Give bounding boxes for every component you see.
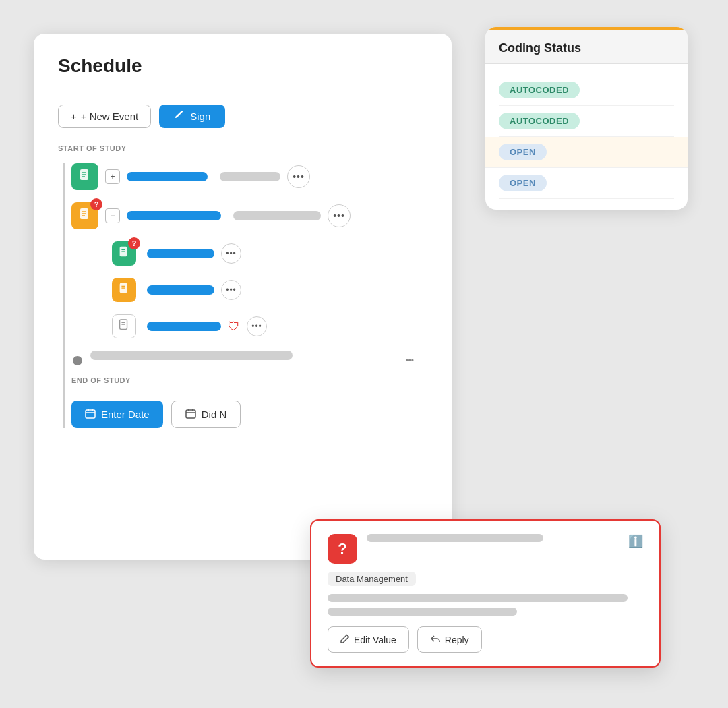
- sign-label: Sign: [190, 111, 210, 122]
- more-options-button-5[interactable]: •••: [247, 316, 267, 336]
- query-content: [328, 594, 643, 616]
- document-icon: [78, 207, 92, 225]
- dots-icon-5: •••: [251, 322, 262, 331]
- start-of-study-label: START OF STUDY: [58, 144, 427, 152]
- doc-icon-green-2: ?: [112, 241, 136, 266]
- enter-date-button[interactable]: Enter Date: [71, 401, 163, 428]
- table-row: •••: [71, 278, 427, 302]
- milestone: •••: [71, 351, 427, 371]
- end-of-study-label: END OF STUDY: [71, 376, 427, 384]
- table-row: + •••: [71, 163, 427, 190]
- status-row-1: AUTOCODED: [499, 75, 674, 106]
- query-content-bar-1: [328, 594, 628, 602]
- enter-date-label: Enter Date: [101, 409, 150, 420]
- schedule-title: Schedule: [58, 55, 427, 77]
- bottom-actions: Enter Date Did N: [71, 401, 427, 428]
- more-options-button-2[interactable]: •••: [328, 204, 351, 227]
- document-icon: [117, 318, 131, 335]
- milestone-dot: [71, 355, 84, 367]
- more-options-button-3[interactable]: •••: [221, 243, 241, 264]
- info-icon: ℹ️: [628, 534, 643, 549]
- status-badge-autocoded-2: AUTOCODED: [499, 113, 580, 129]
- query-meta-bar-1: [367, 534, 543, 542]
- coding-header: Coding Status: [485, 30, 688, 64]
- new-event-button[interactable]: + + New Event: [58, 105, 151, 128]
- progress-bar-blue-2: [127, 211, 221, 220]
- dots-icon-2: •••: [333, 210, 345, 221]
- doc-icon-white: [112, 314, 136, 338]
- dots-icon: •••: [293, 171, 305, 182]
- table-row: ? − •••: [71, 202, 427, 229]
- minus-icon: −: [110, 211, 115, 220]
- document-icon: [117, 282, 131, 299]
- doc-icon-orange-1: ?: [71, 202, 98, 229]
- status-badge-open-2: OPEN: [499, 175, 547, 191]
- progress-bar-gray: [220, 172, 280, 181]
- query-header: ? ℹ️: [328, 534, 643, 564]
- edit-value-button[interactable]: Edit Value: [328, 626, 409, 653]
- calendar-icon: [85, 408, 96, 421]
- progress-bar-blue-4: [147, 285, 214, 295]
- pen-icon: [174, 110, 185, 123]
- svg-rect-21: [186, 410, 195, 418]
- schedule-card: Schedule + + New Event Sign START OF STU…: [34, 34, 452, 560]
- query-meta: [367, 534, 619, 548]
- reply-button[interactable]: Reply: [417, 626, 482, 653]
- status-row-3-highlighted: OPEN: [485, 137, 688, 168]
- reply-label: Reply: [445, 635, 469, 645]
- expand-button-1[interactable]: +: [105, 169, 120, 184]
- progress-bar-gray-2: [233, 211, 321, 220]
- doc-icon-orange-2: [112, 278, 136, 302]
- table-row: ? •••: [71, 241, 427, 266]
- toolbar: + + New Event Sign: [58, 105, 427, 128]
- status-badge-open-1: OPEN: [499, 144, 547, 160]
- more-options-button-4[interactable]: •••: [221, 280, 241, 300]
- query-question-icon: ?: [328, 534, 357, 564]
- status-row-2: AUTOCODED: [499, 106, 674, 137]
- reply-icon: [430, 633, 441, 646]
- edit-icon: [340, 634, 350, 645]
- plus-expand-icon: +: [110, 172, 115, 181]
- progress-bar-blue-5: [147, 322, 221, 331]
- shield-icon: 🛡: [228, 320, 240, 334]
- coding-status-card: Coding Status AUTOCODED AUTOCODED OPEN O…: [485, 27, 688, 210]
- query-actions: Edit Value Reply: [328, 626, 643, 653]
- query-content-bar-2: [328, 608, 517, 616]
- milestone-dots: •••: [405, 356, 414, 365]
- query-badge-2: ?: [128, 237, 140, 249]
- new-event-label: + New Event: [81, 111, 138, 122]
- edit-value-label: Edit Value: [354, 635, 396, 645]
- timeline: + ••• ? − •••: [58, 163, 427, 428]
- query-category: Data Management: [328, 572, 416, 586]
- divider: [58, 88, 427, 88]
- query-category-label: Data Management: [328, 572, 643, 594]
- plus-icon: +: [71, 111, 77, 122]
- coding-body: AUTOCODED AUTOCODED OPEN OPEN: [485, 64, 688, 210]
- query-badge: ?: [90, 198, 102, 210]
- coding-status-title: Coding Status: [499, 41, 674, 55]
- status-badge-autocoded-1: AUTOCODED: [499, 82, 580, 98]
- more-options-button-1[interactable]: •••: [287, 165, 310, 188]
- timeline-line: [63, 163, 65, 428]
- flag-icon: [185, 408, 196, 421]
- doc-icon-green-1: [71, 163, 98, 190]
- dots-icon-4: •••: [226, 285, 237, 295]
- sign-button[interactable]: Sign: [159, 105, 225, 128]
- query-popup-card: ? ℹ️ Data Management Edit Value Reply: [310, 519, 661, 668]
- did-not-button[interactable]: Did N: [171, 401, 241, 428]
- document-icon: [78, 168, 92, 186]
- svg-rect-17: [86, 410, 95, 418]
- dots-icon-3: •••: [226, 249, 237, 258]
- collapse-button-2[interactable]: −: [105, 208, 120, 223]
- progress-bar-blue-3: [147, 249, 214, 258]
- document-icon: [117, 245, 131, 262]
- milestone-bar: [90, 351, 293, 360]
- did-not-label: Did N: [202, 409, 227, 420]
- progress-bar-blue: [127, 172, 208, 181]
- status-row-4: OPEN: [499, 168, 674, 199]
- table-row: 🛡 •••: [71, 314, 427, 338]
